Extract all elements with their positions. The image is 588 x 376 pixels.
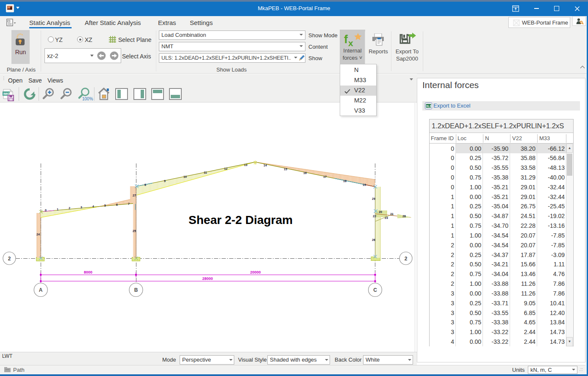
svg-text:10: 10 xyxy=(183,175,187,178)
svg-text:4: 4 xyxy=(92,205,94,208)
svg-text:2: 2 xyxy=(8,256,11,262)
svg-text:B: B xyxy=(134,287,138,293)
svg-text:XLSX: XLSX xyxy=(426,105,432,108)
svg-text:12: 12 xyxy=(224,167,227,170)
svg-text:17: 17 xyxy=(323,175,327,178)
svg-text:Shear 2-2 Diagram: Shear 2-2 Diagram xyxy=(189,213,293,227)
svg-text:9: 9 xyxy=(164,180,166,182)
svg-text:19: 19 xyxy=(363,183,366,186)
svg-text:0: 0 xyxy=(45,209,47,212)
svg-text:28000: 28000 xyxy=(202,276,213,281)
svg-text:13: 13 xyxy=(244,163,247,166)
svg-text:27: 27 xyxy=(133,194,136,197)
svg-text:100%: 100% xyxy=(82,97,93,101)
svg-text:20000: 20000 xyxy=(250,270,261,274)
svg-text:23: 23 xyxy=(385,216,388,219)
svg-text:3: 3 xyxy=(80,206,82,209)
svg-text:2: 2 xyxy=(405,256,408,262)
svg-text:8000: 8000 xyxy=(84,270,92,274)
svg-text:26: 26 xyxy=(372,238,375,241)
svg-text:f: f xyxy=(344,33,348,46)
svg-text:C: C xyxy=(373,287,377,293)
svg-text:20: 20 xyxy=(379,210,382,213)
svg-text:8: 8 xyxy=(144,183,146,186)
svg-text:25: 25 xyxy=(133,229,136,232)
svg-text:18: 18 xyxy=(343,180,347,182)
svg-text:16: 16 xyxy=(303,171,307,174)
svg-text:2: 2 xyxy=(69,207,70,210)
svg-text:7: 7 xyxy=(128,202,130,205)
svg-text:22: 22 xyxy=(373,215,376,218)
svg-text:14: 14 xyxy=(263,164,267,167)
svg-text:21: 21 xyxy=(390,213,394,216)
svg-text:24: 24 xyxy=(36,233,40,236)
svg-text:28: 28 xyxy=(402,215,406,218)
svg-text:11: 11 xyxy=(204,171,207,174)
svg-text:x: x xyxy=(348,38,353,47)
svg-text:1: 1 xyxy=(57,208,58,211)
svg-text:5: 5 xyxy=(104,204,106,207)
svg-text:15: 15 xyxy=(284,168,287,171)
svg-text:29: 29 xyxy=(372,197,375,200)
svg-text:6: 6 xyxy=(116,203,118,206)
svg-text:A: A xyxy=(39,287,43,293)
